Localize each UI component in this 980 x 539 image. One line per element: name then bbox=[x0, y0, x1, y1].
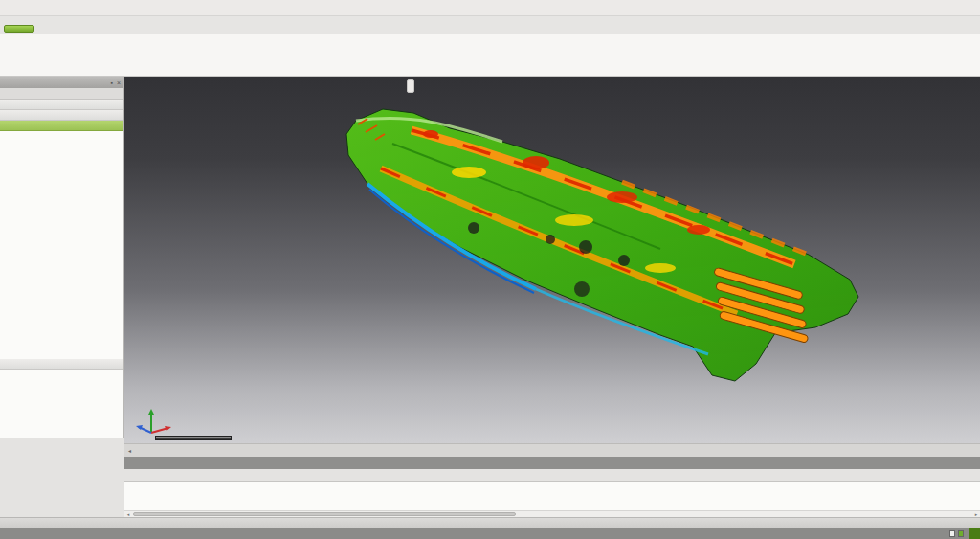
panel-tabs bbox=[0, 88, 123, 100]
section-scan-process[interactable] bbox=[0, 110, 123, 121]
bottom-toolbar bbox=[0, 517, 980, 528]
viewport-3d[interactable] bbox=[124, 77, 980, 443]
leader-lines bbox=[124, 77, 980, 443]
ribbon bbox=[0, 34, 980, 77]
scrollbar-thumb[interactable] bbox=[133, 512, 516, 516]
section-result-navigator[interactable] bbox=[0, 359, 123, 370]
status-bar bbox=[0, 528, 980, 539]
pin-icon[interactable]: ▪ bbox=[110, 79, 112, 86]
horizontal-scrollbar[interactable]: ◂ ▸ bbox=[124, 510, 980, 517]
section-result-data[interactable] bbox=[0, 121, 123, 131]
status-indicator-icon bbox=[949, 530, 955, 537]
tabular-view-panel: ◂ ▸ bbox=[124, 457, 980, 517]
geomagic-control-x-window: ▪ × bbox=[0, 0, 980, 539]
tabular-title-bar bbox=[124, 457, 980, 469]
comparison-table-wrap bbox=[124, 482, 980, 503]
model-tree bbox=[0, 131, 123, 359]
title-bar bbox=[0, 0, 980, 16]
status-indicator-green-icon bbox=[958, 530, 964, 537]
scale-bar bbox=[155, 436, 232, 440]
viewport-toolbar bbox=[407, 79, 414, 93]
close-icon[interactable]: × bbox=[117, 79, 121, 86]
section-input-data[interactable] bbox=[0, 100, 123, 110]
status-end-block bbox=[969, 528, 980, 539]
scroll-left-icon[interactable]: ◂ bbox=[124, 447, 135, 454]
panel-header: ▪ × bbox=[0, 77, 123, 88]
model-manager-panel: ▪ × bbox=[0, 77, 124, 438]
view-tabs-row: ◂ bbox=[124, 443, 980, 457]
ribbon-tab-row bbox=[0, 16, 980, 34]
status-right bbox=[947, 528, 975, 539]
menu-button[interactable] bbox=[4, 25, 34, 33]
dock-tabs bbox=[124, 469, 980, 482]
